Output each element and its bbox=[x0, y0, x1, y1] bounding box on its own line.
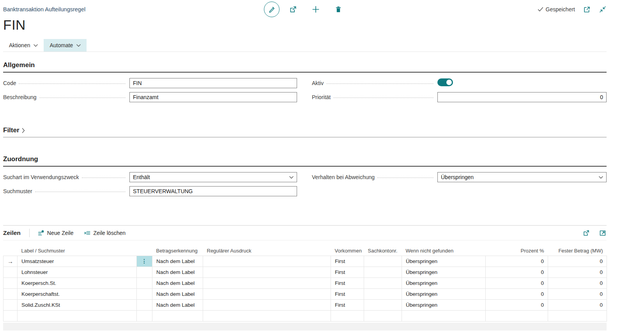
cell-regulaerer-ausdruck[interactable] bbox=[203, 300, 331, 311]
breadcrumb[interactable]: Banktransaktion Aufteilungsregel bbox=[3, 6, 85, 12]
header-fester-betrag[interactable]: Fester Betrag (MW) bbox=[548, 246, 607, 256]
cell-vorkommen[interactable]: First bbox=[331, 300, 364, 311]
delete-line-button[interactable]: Zeile löschen bbox=[84, 229, 126, 236]
row-menu-icon bbox=[137, 267, 152, 277]
cell-sachkontonr[interactable] bbox=[364, 300, 402, 311]
cell-fester-betrag[interactable]: 0 bbox=[548, 289, 607, 300]
cell-label-suchmuster[interactable]: Solid.Zuschl.KSt bbox=[18, 300, 137, 311]
suchart-select[interactable]: Enthält bbox=[129, 172, 297, 182]
open-grid-icon bbox=[599, 229, 607, 237]
suchmuster-input[interactable] bbox=[129, 186, 297, 196]
cell-row-menu[interactable] bbox=[137, 278, 152, 289]
cell-prozent[interactable]: 0 bbox=[486, 300, 548, 311]
code-input[interactable] bbox=[129, 78, 297, 88]
row-marker-cell[interactable] bbox=[4, 289, 18, 300]
dotted-leader bbox=[39, 92, 126, 98]
cell-betragserkennung[interactable] bbox=[152, 311, 203, 322]
cell-row-menu[interactable] bbox=[137, 311, 152, 322]
cell-wenn-nicht-gefunden[interactable]: Überspringen bbox=[402, 289, 486, 300]
cell-prozent[interactable]: 0 bbox=[486, 278, 548, 289]
new-button[interactable] bbox=[311, 5, 320, 14]
zeilen-open-button[interactable] bbox=[599, 229, 607, 237]
cell-prozent[interactable]: 0 bbox=[486, 267, 548, 278]
row-marker-cell[interactable] bbox=[4, 311, 18, 322]
cell-regulaerer-ausdruck[interactable] bbox=[203, 267, 331, 278]
cell-fester-betrag[interactable] bbox=[548, 311, 607, 322]
cell-label-suchmuster[interactable]: Koerperschaftst. bbox=[18, 289, 137, 300]
prioritaet-input[interactable] bbox=[437, 92, 607, 102]
section-zuordnung-header[interactable]: Zuordnung bbox=[3, 155, 607, 167]
cell-sachkontonr[interactable] bbox=[364, 267, 402, 278]
cell-label-suchmuster[interactable] bbox=[18, 311, 137, 322]
header-vorkommen[interactable]: Vorkommen bbox=[331, 246, 364, 256]
aktiv-toggle[interactable] bbox=[437, 78, 453, 86]
collapse-layout-button[interactable] bbox=[599, 5, 607, 13]
cell-betragserkennung[interactable]: Nach dem Label bbox=[152, 300, 203, 311]
cell-sachkontonr[interactable] bbox=[364, 278, 402, 289]
cell-fester-betrag[interactable]: 0 bbox=[548, 278, 607, 289]
save-status: Gespeichert bbox=[538, 6, 575, 12]
row-marker-cell[interactable]: → bbox=[4, 256, 18, 267]
cell-wenn-nicht-gefunden[interactable]: Überspringen bbox=[402, 300, 486, 311]
header-betragserkennung[interactable]: Betragserkennung bbox=[152, 246, 203, 256]
cell-row-menu[interactable] bbox=[137, 267, 152, 278]
cell-betragserkennung[interactable]: Nach dem Label bbox=[152, 278, 203, 289]
cell-regulaerer-ausdruck[interactable] bbox=[203, 278, 331, 289]
section-filter-header[interactable]: Filter bbox=[3, 126, 607, 137]
tab-aktionen-label: Aktionen bbox=[9, 42, 30, 48]
cell-regulaerer-ausdruck[interactable] bbox=[203, 311, 331, 322]
zeilen-share-button[interactable] bbox=[582, 229, 590, 237]
tab-automate[interactable]: Automate bbox=[44, 39, 87, 52]
header-prozent[interactable]: Prozent % bbox=[486, 246, 548, 256]
cell-wenn-nicht-gefunden[interactable] bbox=[402, 311, 486, 322]
cell-sachkontonr[interactable] bbox=[364, 311, 402, 322]
chevron-right-icon bbox=[22, 128, 25, 133]
row-marker-cell[interactable] bbox=[4, 278, 18, 289]
open-in-new-window-button[interactable] bbox=[583, 5, 591, 14]
edit-button[interactable] bbox=[264, 2, 280, 17]
cell-row-menu[interactable]: ⋮ bbox=[137, 256, 152, 267]
cell-regulaerer-ausdruck[interactable] bbox=[203, 256, 331, 267]
cell-label-suchmuster[interactable]: Lohnsteuer bbox=[18, 267, 137, 278]
cell-label-suchmuster[interactable]: Umsatzsteuer bbox=[18, 256, 137, 267]
row-marker-cell[interactable] bbox=[4, 300, 18, 311]
cell-fester-betrag[interactable]: 0 bbox=[548, 256, 607, 267]
cell-vorkommen[interactable]: First bbox=[331, 289, 364, 300]
cell-prozent[interactable]: 0 bbox=[486, 256, 548, 267]
section-allgemein-header[interactable]: Allgemein bbox=[3, 61, 607, 73]
beschreibung-input[interactable] bbox=[129, 92, 297, 102]
cell-wenn-nicht-gefunden[interactable]: Überspringen bbox=[402, 278, 486, 289]
verhalten-select[interactable]: Überspringen bbox=[437, 172, 607, 182]
cell-prozent[interactable] bbox=[486, 311, 548, 322]
cell-betragserkennung[interactable]: Nach dem Label bbox=[152, 256, 203, 267]
header-sachkontonr[interactable]: Sachkontonr. bbox=[364, 246, 402, 256]
cell-prozent[interactable]: 0 bbox=[486, 289, 548, 300]
tab-aktionen[interactable]: Aktionen bbox=[3, 39, 44, 52]
cell-fester-betrag[interactable]: 0 bbox=[548, 300, 607, 311]
cell-label-suchmuster[interactable]: Koerpersch.St. bbox=[18, 278, 137, 289]
cell-vorkommen[interactable] bbox=[331, 311, 364, 322]
cell-betragserkennung[interactable]: Nach dem Label bbox=[152, 267, 203, 278]
share-button[interactable] bbox=[289, 5, 297, 14]
new-line-button[interactable]: Neue Zeile bbox=[37, 229, 74, 236]
cell-betragserkennung[interactable]: Nach dem Label bbox=[152, 289, 203, 300]
header-wenn-nicht-gefunden[interactable]: Wenn nicht gefunden bbox=[402, 246, 486, 256]
cell-vorkommen[interactable]: First bbox=[331, 256, 364, 267]
header-label-suchmuster[interactable]: Label / Suchmuster bbox=[18, 246, 137, 256]
delete-button[interactable] bbox=[334, 5, 343, 14]
cell-row-menu[interactable] bbox=[137, 300, 152, 311]
header-regulaerer-ausdruck[interactable]: Regulärer Ausdruck bbox=[203, 246, 331, 256]
zeilen-table: Label / Suchmuster Betragserkennung Regu… bbox=[3, 246, 607, 322]
cell-wenn-nicht-gefunden[interactable]: Überspringen bbox=[402, 256, 486, 267]
cell-vorkommen[interactable]: First bbox=[331, 267, 364, 278]
cell-row-menu[interactable] bbox=[137, 289, 152, 300]
cell-sachkontonr[interactable] bbox=[364, 289, 402, 300]
cell-wenn-nicht-gefunden[interactable]: Überspringen bbox=[402, 267, 486, 278]
cell-regulaerer-ausdruck[interactable] bbox=[203, 289, 331, 300]
cell-vorkommen[interactable]: First bbox=[331, 278, 364, 289]
table-row: Lohnsteuer Nach dem Label First Überspri… bbox=[4, 267, 607, 278]
row-marker-cell[interactable] bbox=[4, 267, 18, 278]
table-row: Koerpersch.St. Nach dem Label First Über… bbox=[4, 278, 607, 289]
cell-sachkontonr[interactable] bbox=[364, 256, 402, 267]
cell-fester-betrag[interactable]: 0 bbox=[548, 267, 607, 278]
